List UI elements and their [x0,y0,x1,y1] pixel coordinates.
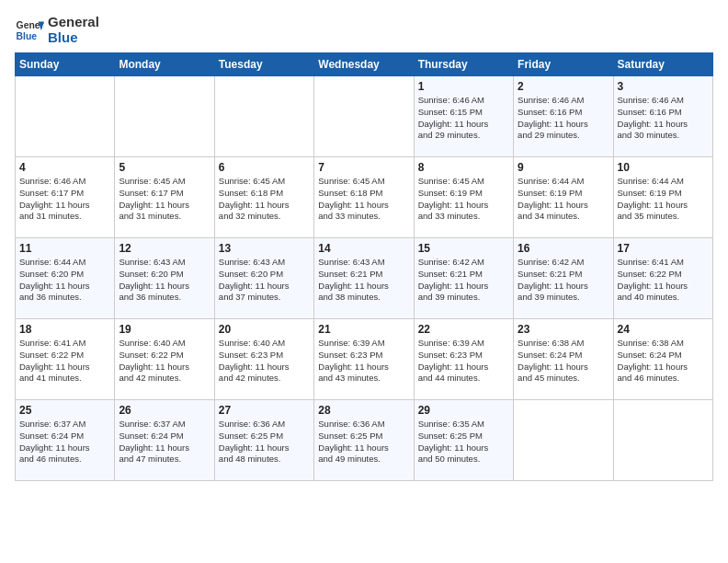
day-info: Sunrise: 6:44 AM Sunset: 6:19 PM Dayligh… [518,176,609,223]
header-day-sunday: Sunday [16,53,115,76]
day-cell [16,76,115,157]
day-number: 15 [418,242,509,255]
day-cell: 27Sunrise: 6:36 AM Sunset: 6:25 PM Dayli… [214,400,313,481]
day-number: 20 [219,323,310,336]
day-number: 17 [618,242,709,255]
day-cell [514,400,613,481]
day-cell: 26Sunrise: 6:37 AM Sunset: 6:24 PM Dayli… [115,400,214,481]
day-cell [115,76,214,157]
day-cell: 6Sunrise: 6:45 AM Sunset: 6:18 PM Daylig… [214,157,313,238]
day-cell: 25Sunrise: 6:37 AM Sunset: 6:24 PM Dayli… [16,400,115,481]
header-day-wednesday: Wednesday [314,53,414,76]
day-cell [214,76,313,157]
day-cell: 11Sunrise: 6:44 AM Sunset: 6:20 PM Dayli… [16,238,115,319]
day-info: Sunrise: 6:45 AM Sunset: 6:18 PM Dayligh… [219,176,310,223]
day-info: Sunrise: 6:36 AM Sunset: 6:25 PM Dayligh… [219,419,310,465]
day-info: Sunrise: 6:42 AM Sunset: 6:21 PM Dayligh… [418,257,509,304]
day-cell: 2Sunrise: 6:46 AM Sunset: 6:16 PM Daylig… [514,76,613,157]
logo-icon: General Blue [15,16,44,45]
day-number: 16 [518,242,609,255]
day-number: 19 [119,323,210,336]
day-cell: 5Sunrise: 6:45 AM Sunset: 6:17 PM Daylig… [115,157,214,238]
day-info: Sunrise: 6:46 AM Sunset: 6:16 PM Dayligh… [618,95,709,142]
day-cell: 7Sunrise: 6:45 AM Sunset: 6:18 PM Daylig… [314,157,414,238]
svg-text:Blue: Blue [17,30,38,40]
day-cell: 18Sunrise: 6:41 AM Sunset: 6:22 PM Dayli… [16,319,115,400]
day-cell: 9Sunrise: 6:44 AM Sunset: 6:19 PM Daylig… [514,157,613,238]
day-number: 26 [119,404,210,417]
day-cell: 10Sunrise: 6:44 AM Sunset: 6:19 PM Dayli… [613,157,712,238]
day-number: 28 [318,404,409,417]
day-cell: 23Sunrise: 6:38 AM Sunset: 6:24 PM Dayli… [514,319,613,400]
day-info: Sunrise: 6:38 AM Sunset: 6:24 PM Dayligh… [518,338,609,385]
page-header: General Blue General Blue [15,15,713,45]
header-row: SundayMondayTuesdayWednesdayThursdayFrid… [16,53,713,76]
header-day-saturday: Saturday [613,53,712,76]
header-day-tuesday: Tuesday [214,53,313,76]
day-cell: 17Sunrise: 6:41 AM Sunset: 6:22 PM Dayli… [613,238,712,319]
day-number: 21 [318,323,409,336]
day-number: 25 [19,404,110,417]
day-number: 9 [518,161,609,174]
day-number: 2 [518,80,609,93]
day-cell: 20Sunrise: 6:40 AM Sunset: 6:23 PM Dayli… [214,319,313,400]
week-row-4: 18Sunrise: 6:41 AM Sunset: 6:22 PM Dayli… [16,319,713,400]
day-info: Sunrise: 6:39 AM Sunset: 6:23 PM Dayligh… [318,338,409,385]
day-cell: 1Sunrise: 6:46 AM Sunset: 6:15 PM Daylig… [414,76,513,157]
day-cell: 28Sunrise: 6:36 AM Sunset: 6:25 PM Dayli… [314,400,414,481]
day-number: 18 [19,323,110,336]
day-number: 11 [19,242,110,255]
calendar-table: SundayMondayTuesdayWednesdayThursdayFrid… [15,52,713,481]
day-number: 10 [618,161,709,174]
day-number: 3 [618,80,709,93]
day-cell: 12Sunrise: 6:43 AM Sunset: 6:20 PM Dayli… [115,238,214,319]
day-cell: 4Sunrise: 6:46 AM Sunset: 6:17 PM Daylig… [16,157,115,238]
day-info: Sunrise: 6:46 AM Sunset: 6:17 PM Dayligh… [19,176,110,223]
day-cell: 8Sunrise: 6:45 AM Sunset: 6:19 PM Daylig… [414,157,513,238]
day-number: 24 [618,323,709,336]
week-row-5: 25Sunrise: 6:37 AM Sunset: 6:24 PM Dayli… [16,400,713,481]
day-info: Sunrise: 6:37 AM Sunset: 6:24 PM Dayligh… [119,419,210,465]
day-info: Sunrise: 6:40 AM Sunset: 6:22 PM Dayligh… [119,338,210,385]
header-day-friday: Friday [514,53,613,76]
day-number: 8 [418,161,509,174]
day-number: 13 [219,242,310,255]
day-info: Sunrise: 6:45 AM Sunset: 6:19 PM Dayligh… [418,176,509,223]
day-info: Sunrise: 6:39 AM Sunset: 6:23 PM Dayligh… [418,338,509,385]
day-info: Sunrise: 6:41 AM Sunset: 6:22 PM Dayligh… [19,338,110,385]
day-info: Sunrise: 6:46 AM Sunset: 6:16 PM Dayligh… [518,95,609,142]
day-info: Sunrise: 6:43 AM Sunset: 6:20 PM Dayligh… [219,257,310,304]
logo: General Blue General Blue [15,15,99,45]
day-cell: 15Sunrise: 6:42 AM Sunset: 6:21 PM Dayli… [414,238,513,319]
week-row-1: 1Sunrise: 6:46 AM Sunset: 6:15 PM Daylig… [16,76,713,157]
day-info: Sunrise: 6:37 AM Sunset: 6:24 PM Dayligh… [19,419,110,465]
week-row-2: 4Sunrise: 6:46 AM Sunset: 6:17 PM Daylig… [16,157,713,238]
day-info: Sunrise: 6:45 AM Sunset: 6:17 PM Dayligh… [119,176,210,223]
day-number: 22 [418,323,509,336]
day-info: Sunrise: 6:42 AM Sunset: 6:21 PM Dayligh… [518,257,609,304]
day-number: 7 [318,161,409,174]
day-number: 14 [318,242,409,255]
day-number: 1 [418,80,509,93]
day-info: Sunrise: 6:45 AM Sunset: 6:18 PM Dayligh… [318,176,409,223]
day-number: 27 [219,404,310,417]
header-day-monday: Monday [115,53,214,76]
day-info: Sunrise: 6:35 AM Sunset: 6:25 PM Dayligh… [418,419,509,465]
day-cell: 21Sunrise: 6:39 AM Sunset: 6:23 PM Dayli… [314,319,414,400]
day-number: 29 [418,404,509,417]
day-cell: 29Sunrise: 6:35 AM Sunset: 6:25 PM Dayli… [414,400,513,481]
day-cell [613,400,712,481]
header-day-thursday: Thursday [414,53,513,76]
day-number: 4 [19,161,110,174]
day-cell: 22Sunrise: 6:39 AM Sunset: 6:23 PM Dayli… [414,319,513,400]
day-info: Sunrise: 6:41 AM Sunset: 6:22 PM Dayligh… [618,257,709,304]
day-cell: 16Sunrise: 6:42 AM Sunset: 6:21 PM Dayli… [514,238,613,319]
day-info: Sunrise: 6:40 AM Sunset: 6:23 PM Dayligh… [219,338,310,385]
day-cell [314,76,414,157]
day-info: Sunrise: 6:43 AM Sunset: 6:21 PM Dayligh… [318,257,409,304]
week-row-3: 11Sunrise: 6:44 AM Sunset: 6:20 PM Dayli… [16,238,713,319]
day-number: 12 [119,242,210,255]
day-number: 5 [119,161,210,174]
day-info: Sunrise: 6:36 AM Sunset: 6:25 PM Dayligh… [318,419,409,465]
day-info: Sunrise: 6:46 AM Sunset: 6:15 PM Dayligh… [418,95,509,142]
